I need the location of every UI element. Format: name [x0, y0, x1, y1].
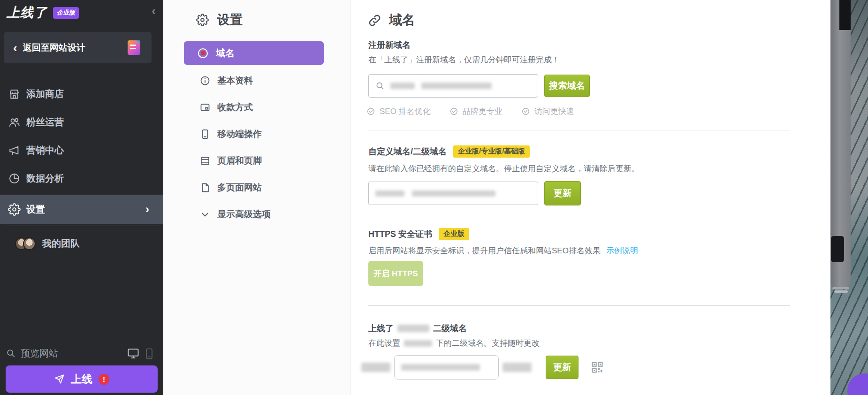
- rocket-icon: [54, 374, 65, 385]
- sidebar-item-label: 添加商店: [26, 88, 64, 100]
- settings-nav-panel: 设置 域名 基本资料 收款方式 移动端操作 页眉和页脚: [163, 0, 351, 395]
- sidebar-item-label: 数据分析: [26, 172, 64, 185]
- benefit-item: 品牌更专业: [449, 106, 503, 117]
- preview-site-button[interactable]: 预览网站: [0, 344, 163, 363]
- check-circle-icon: [521, 107, 530, 116]
- team-avatars: [15, 237, 36, 250]
- https-example-link[interactable]: 示例说明: [606, 245, 638, 256]
- nav-item-label: 多页面网站: [217, 182, 262, 194]
- page-title: 域名: [389, 11, 415, 29]
- search-domain-button[interactable]: 搜索域名: [544, 75, 590, 97]
- preview-sheet-edge: [832, 287, 849, 289]
- subdomain-input[interactable]: [394, 355, 499, 380]
- chat-widget-button[interactable]: [847, 373, 868, 395]
- sidebar-item-label: 设置: [26, 203, 45, 216]
- nav-item-label: 显示高级选项: [217, 208, 271, 220]
- nav-item-multipage[interactable]: 多页面网站: [163, 174, 350, 201]
- qr-code-icon[interactable]: [591, 361, 604, 374]
- settings-nav-list: 基本资料 收款方式 移动端操作 页眉和页脚 多页面网站 显示高级选项: [163, 67, 350, 228]
- collapse-sidebar-icon[interactable]: ‹: [152, 5, 156, 17]
- logo-row: 上线了 企业版: [7, 4, 79, 22]
- megaphone-icon: [8, 144, 21, 157]
- shop-icon: [8, 88, 21, 100]
- payment-card-icon: [199, 102, 211, 113]
- register-domain-desc: 在「上线了」注册新域名，仅需几分钟即可注册完成！: [368, 54, 560, 65]
- domain-icon: [198, 48, 208, 58]
- plan-tier-badge: 企业版: [439, 228, 469, 240]
- preview-label: 预览网站: [21, 347, 58, 360]
- avatar: [23, 237, 36, 250]
- nav-item-basic-info[interactable]: 基本资料: [163, 67, 350, 94]
- desktop-preview-icon[interactable]: [127, 347, 140, 360]
- alert-badge: !: [99, 374, 109, 385]
- back-chevron-icon: ‹: [13, 42, 17, 54]
- magnifier-icon: [6, 348, 16, 358]
- scrollbar-thumb[interactable]: [831, 236, 844, 262]
- nav-item-header-footer[interactable]: 页眉和页脚: [163, 147, 350, 174]
- register-domain-title: 注册新域名: [368, 39, 411, 51]
- subdomain-desc-prefix: 在此设置: [368, 338, 400, 349]
- domain-search-input[interactable]: [368, 74, 538, 98]
- mobile-preview-icon[interactable]: [145, 348, 153, 359]
- publish-label: 上线: [71, 372, 92, 387]
- sidebar-divider: [5, 226, 159, 226]
- https-desc-row: 启用后网站将显示安全标识，提升用户信任感和网站SEO排名效果 示例说明: [368, 245, 638, 256]
- nav-item-label: 基本资料: [217, 75, 253, 87]
- back-label: 返回至网站设计: [23, 42, 85, 54]
- redacted-text: [401, 364, 480, 371]
- app-logo: 上线了: [7, 4, 47, 22]
- preview-sheet-edge: [834, 290, 848, 293]
- link-icon: [367, 13, 382, 28]
- nav-item-label: 页眉和页脚: [217, 155, 262, 167]
- sidebar-item-my-team[interactable]: 我的团队: [0, 231, 163, 256]
- benefit-item: 访问更快速: [521, 106, 574, 117]
- pie-chart-icon: [8, 172, 21, 185]
- check-circle-icon: [449, 107, 458, 116]
- nav-item-show-advanced[interactable]: 显示高级选项: [163, 201, 350, 228]
- benefit-label: SEO 排名优化: [380, 106, 431, 117]
- page-icon: [199, 182, 211, 193]
- redacted-text: [404, 340, 432, 347]
- section-divider: [368, 305, 790, 306]
- nav-item-label: 收款方式: [217, 101, 253, 114]
- publish-button[interactable]: 上线 !: [6, 365, 158, 393]
- document-icon: [128, 40, 140, 55]
- redacted-text: [421, 83, 492, 89]
- redacted-text: [412, 190, 495, 197]
- subdomain-desc-suffix: 下的二级域名。支持随时更改: [436, 338, 540, 349]
- custom-domain-title-row: 自定义域名/二级域名 企业版/专业版/基础版: [368, 145, 530, 158]
- update-custom-domain-button[interactable]: 更新: [544, 181, 581, 205]
- nav-item-payment[interactable]: 收款方式: [163, 94, 350, 121]
- sidebar-item-label: 我的团队: [42, 237, 80, 250]
- domain-benefits: SEO 排名优化 品牌更专业 访问更快速: [366, 106, 574, 117]
- sidebar-item-settings[interactable]: 设置 ›: [0, 195, 163, 224]
- check-circle-icon: [366, 107, 375, 116]
- chevron-right-icon: ›: [145, 203, 149, 216]
- nav-item-mobile[interactable]: 移动端操作: [163, 121, 350, 147]
- nav-item-domain-selected[interactable]: 域名: [184, 41, 324, 65]
- redacted-url-prefix: [361, 363, 390, 372]
- back-to-designer-button[interactable]: ‹ 返回至网站设计: [4, 32, 152, 63]
- sidebar: 上线了 企业版 ‹ ‹ 返回至网站设计 添加商店 粉丝运营 营销中心: [0, 0, 163, 395]
- sidebar-item-marketing[interactable]: 营销中心: [0, 136, 163, 164]
- benefit-label: 访问更快速: [534, 106, 574, 117]
- nav-item-label: 域名: [216, 47, 235, 60]
- subdomain-title-prefix: 上线了: [368, 323, 394, 334]
- sidebar-item-fans[interactable]: 粉丝运营: [0, 108, 163, 136]
- https-title-row: HTTPS 安全证书 企业版: [368, 228, 469, 240]
- fans-icon: [8, 116, 21, 129]
- chevron-down-icon: [199, 209, 211, 220]
- redacted-text: [397, 325, 429, 332]
- section-divider: [368, 130, 790, 130]
- settings-nav-title: 设置: [217, 11, 243, 28]
- sidebar-item-analytics[interactable]: 数据分析: [0, 164, 163, 192]
- custom-domain-input[interactable]: [368, 182, 538, 205]
- app-window: 上线了 企业版 ‹ ‹ 返回至网站设计 添加商店 粉丝运营 营销中心: [0, 0, 868, 395]
- enable-https-button[interactable]: 开启 HTTPS: [368, 261, 423, 286]
- update-subdomain-button[interactable]: 更新: [546, 356, 579, 379]
- mobile-icon: [199, 129, 211, 140]
- gear-icon: [8, 203, 21, 216]
- header-footer-icon: [199, 155, 211, 167]
- benefit-label: 品牌更专业: [463, 106, 503, 117]
- sidebar-item-add-store[interactable]: 添加商店: [0, 80, 163, 108]
